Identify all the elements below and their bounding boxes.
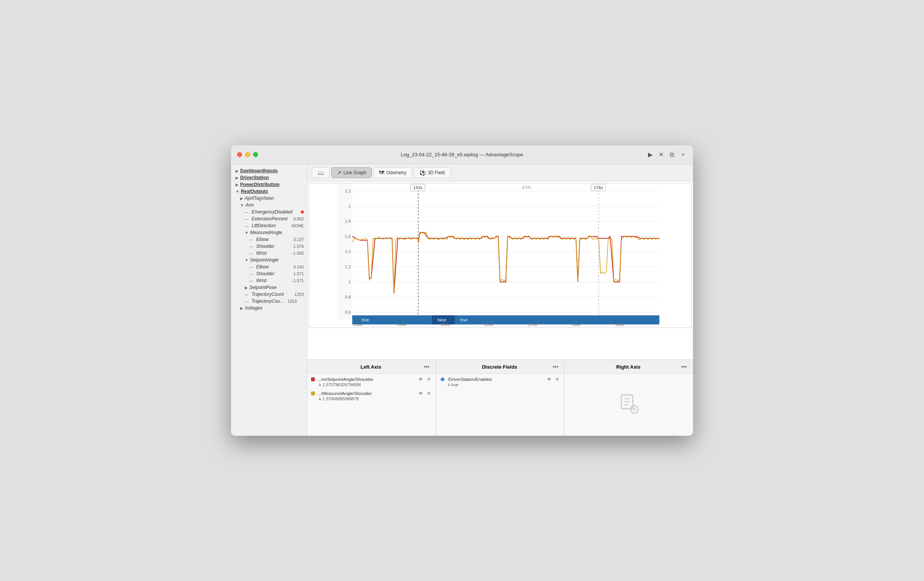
field-entry-setpointangle: .../m/SetpointAngle/Shoulder 👁 ✕ ↳ 1.570… [311, 376, 432, 387]
left-axis-menu-button[interactable]: ••• [422, 363, 431, 371]
sidebar-item-elbow-m[interactable]: — Elbow 3.137 [231, 236, 307, 243]
dash-icon: — [249, 244, 253, 249]
tab-odometry[interactable]: 🗺 Odometry [373, 167, 412, 178]
svg-rect-0 [337, 183, 663, 327]
sidebar-item-label: SetpointPose [249, 285, 304, 290]
close-window-button[interactable]: ✕ [658, 150, 664, 159]
sidebar-item-label: TrajectoryCount [252, 292, 293, 297]
chart-container[interactable]: 2.2 2 1.8 1.6 1.4 1.2 1 0.8 0.6 [309, 183, 691, 328]
sidebar-item-measuredangle[interactable]: ▼ MeasuredAngle [231, 229, 307, 236]
right-axis-menu-button[interactable]: ••• [680, 363, 688, 371]
sidebar-item-label: MeasuredAngle [250, 230, 304, 235]
tabs-bar: 📖 ↗ Line Graph 🗺 Odometry ⚽ 3D Field [307, 164, 693, 182]
sidebar-item-extensionpercent[interactable]: — ExtensionPercent 0.002 [231, 215, 307, 222]
field-visibility-button[interactable]: 👁 [417, 390, 424, 396]
sidebar-item-label: TrajectoryCountGenera [252, 299, 286, 304]
sidebar-item-realoutputs[interactable]: ▼ RealOutputs [231, 188, 307, 195]
field-name-row: /DriverStation/Enabled 👁 ✕ [440, 376, 561, 382]
arrow-icon: ▶ [236, 183, 239, 187]
sidebar-item-shoulder-m[interactable]: — Shoulder 1.576 [231, 243, 307, 250]
svg-text:176s: 176s [594, 185, 603, 190]
tab-3d-field[interactable]: ⚽ 3D Field [414, 167, 450, 178]
dash-icon: — [245, 299, 249, 304]
sidebar-item-value: 0.002 [293, 216, 304, 221]
field-remove-button[interactable]: ✕ [426, 390, 432, 396]
sidebar-item-value: 3.142 [293, 264, 304, 269]
field-name: /DriverStation/Enabled [448, 377, 545, 381]
field-remove-button[interactable]: ✕ [554, 376, 560, 382]
status-dot [301, 210, 304, 213]
discrete-fields-header: Discrete Fields ••• [436, 360, 564, 374]
close-button[interactable] [237, 152, 242, 157]
tab-label: Odometry [386, 170, 406, 175]
traffic-lights [237, 152, 258, 157]
field-name-row: .../m/SetpointAngle/Shoulder 👁 ✕ [311, 376, 432, 382]
discrete-fields-panel: Discrete Fields ••• /DriverStation/Enabl… [436, 360, 565, 436]
sidebar-item-voltages[interactable]: ▶ Voltages [231, 305, 307, 312]
line-graph-icon: ↗ [337, 170, 342, 176]
field-remove-button[interactable]: ✕ [426, 376, 432, 382]
sidebar-item-emergencydisabled[interactable]: — EmergencyDisabled [231, 208, 307, 215]
add-tab-button[interactable]: ＋ [679, 150, 687, 159]
3d-field-icon: ⚽ [419, 170, 426, 176]
maximize-button[interactable] [253, 152, 258, 157]
right-axis-content [564, 374, 693, 436]
svg-text:1: 1 [348, 280, 351, 284]
sidebar-item-apriltagvision[interactable]: ▶ AprilTagVision [231, 195, 307, 202]
field-visibility-button[interactable]: 👁 [546, 376, 553, 382]
svg-text:160s: 160s [484, 322, 493, 327]
pip-button[interactable]: ⧉ [669, 150, 675, 159]
tab-book[interactable]: 📖 [312, 167, 330, 178]
left-axis-header: Left Axis ••• [307, 360, 436, 374]
sidebar-item-label: DashboardInputs [240, 168, 304, 173]
dash-icon: — [249, 279, 253, 283]
sidebar-item-powerdist[interactable]: ▶ PowerDistribution [231, 181, 307, 188]
arrow-icon: ▶ [245, 286, 248, 290]
sidebar-item-label: DriverStation [240, 175, 304, 180]
sidebar-item-elbow-s[interactable]: — Elbow 3.142 [231, 263, 307, 270]
arrow-icon: ▶ [236, 176, 239, 180]
sidebar-item-dashboard[interactable]: ▶ DashboardInputs [231, 167, 307, 174]
svg-text:1.4: 1.4 [345, 249, 351, 254]
sidebar-item-label: Voltages [245, 305, 304, 311]
sidebar-item-liftdirection[interactable]: — LiftDirection NONE [231, 222, 307, 229]
play-button[interactable]: ▶ [647, 150, 653, 159]
field-name: .../m/SetpointAngle/Shoulder [318, 377, 416, 381]
sidebar-item-value: -1.565 [292, 251, 304, 256]
right-axis-title: Right Axis [577, 364, 680, 370]
sidebar-item-trajectorycountgen[interactable]: — TrajectoryCountGenera 1253 [231, 298, 307, 305]
sidebar-item-value: 1.576 [293, 244, 304, 249]
arrow-icon: ▼ [245, 258, 249, 262]
sidebar-item-trajectorycount[interactable]: — TrajectoryCount 1253 [231, 291, 307, 298]
sidebar-item-shoulder-s[interactable]: — Shoulder 1.571 [231, 270, 307, 277]
sidebar-item-setpointpose[interactable]: ▶ SetpointPose [231, 284, 307, 291]
dash-icon: — [245, 210, 249, 214]
sidebar-item-wrist-s[interactable]: — Wrist -1.571 [231, 277, 307, 284]
field-name: .../MeasuredAngle/Shoulder [318, 391, 416, 396]
arrow-icon: ▼ [245, 231, 249, 235]
color-swatch-red [311, 378, 315, 381]
minimize-button[interactable] [245, 152, 250, 157]
discrete-fields-title: Discrete Fields [448, 364, 551, 370]
discrete-fields-menu-button[interactable]: ••• [551, 363, 560, 371]
tab-line-graph[interactable]: ↗ Line Graph [331, 167, 372, 178]
arrow-icon: ▶ [240, 306, 243, 310]
titlebar-actions: ▶ ✕ ⧉ ＋ [647, 150, 687, 159]
color-swatch-yellow [311, 391, 315, 395]
field-visibility-button[interactable]: 👁 [417, 376, 424, 382]
sidebar-item-setpointangle[interactable]: ▼ SetpointAngle [231, 257, 307, 263]
sidebar-item-arm[interactable]: ▼ Arm [231, 202, 307, 208]
sidebar-item-label: LiftDirection [252, 223, 290, 228]
sidebar-item-driverstation[interactable]: ▶ DriverStation [231, 174, 307, 181]
window-title: Log_23-04-22_15-46-39_e5.wpilog — Advant… [401, 152, 523, 157]
dash-icon: — [249, 238, 253, 242]
sidebar-item-label: EmergencyDisabled [252, 209, 299, 215]
svg-text:0.8: 0.8 [345, 295, 351, 299]
sidebar-item-label: Wrist [256, 251, 290, 256]
arrow-icon: ▼ [236, 190, 239, 194]
main-content: ▶ DashboardInputs ▶ DriverStation ▶ Powe… [231, 164, 693, 436]
sidebar-item-wrist-m[interactable]: — Wrist -1.565 [231, 250, 307, 257]
chart-svg: 2.2 2 1.8 1.6 1.4 1.2 1 0.8 0.6 [309, 183, 691, 327]
odometry-icon: 🗺 [379, 170, 384, 176]
arrow-icon: ▶ [236, 169, 239, 173]
